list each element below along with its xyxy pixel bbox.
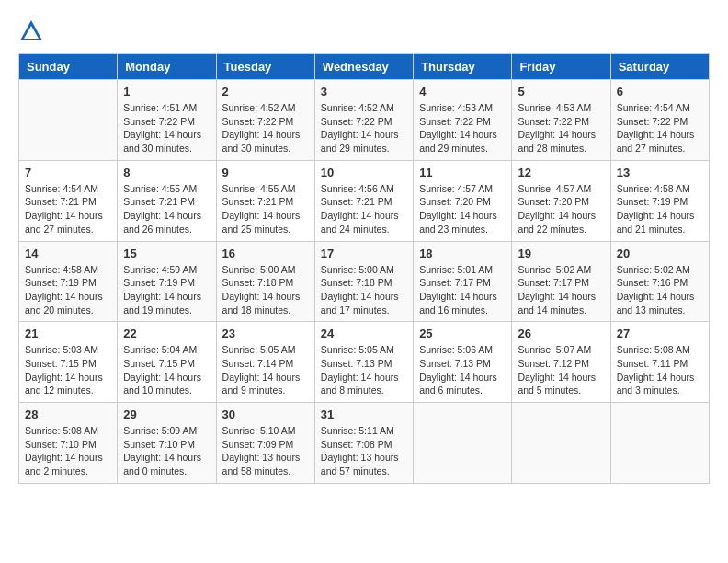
calendar-cell: 6Sunrise: 4:54 AM Sunset: 7:22 PM Daylig…	[610, 80, 709, 161]
day-number: 7	[25, 166, 111, 179]
calendar-cell: 1Sunrise: 4:51 AM Sunset: 7:22 PM Daylig…	[118, 80, 216, 161]
calendar-cell: 14Sunrise: 4:58 AM Sunset: 7:19 PM Dayli…	[19, 241, 118, 322]
week-row-3: 14Sunrise: 4:58 AM Sunset: 7:19 PM Dayli…	[19, 241, 710, 322]
calendar: SundayMondayTuesdayWednesdayThursdayFrid…	[18, 53, 710, 484]
day-info: Sunrise: 5:05 AM Sunset: 7:14 PM Dayligh…	[222, 343, 309, 397]
weekday-header-tuesday: Tuesday	[216, 54, 314, 80]
calendar-cell: 21Sunrise: 5:03 AM Sunset: 7:15 PM Dayli…	[19, 322, 118, 403]
calendar-cell: 24Sunrise: 5:05 AM Sunset: 7:13 PM Dayli…	[314, 322, 413, 403]
day-info: Sunrise: 4:57 AM Sunset: 7:20 PM Dayligh…	[518, 182, 604, 236]
day-number: 13	[617, 166, 703, 179]
calendar-cell: 23Sunrise: 5:05 AM Sunset: 7:14 PM Dayli…	[216, 322, 314, 403]
calendar-cell: 9Sunrise: 4:55 AM Sunset: 7:21 PM Daylig…	[216, 160, 314, 241]
calendar-cell	[414, 403, 512, 484]
day-info: Sunrise: 5:05 AM Sunset: 7:13 PM Dayligh…	[321, 343, 407, 397]
logo-icon	[18, 18, 44, 44]
day-number: 28	[25, 408, 111, 421]
day-number: 21	[25, 327, 111, 340]
calendar-cell: 22Sunrise: 5:04 AM Sunset: 7:15 PM Dayli…	[118, 322, 216, 403]
calendar-cell	[512, 403, 610, 484]
day-number: 16	[222, 247, 309, 260]
calendar-cell: 5Sunrise: 4:53 AM Sunset: 7:22 PM Daylig…	[512, 80, 610, 161]
day-number: 11	[419, 166, 506, 179]
week-row-4: 21Sunrise: 5:03 AM Sunset: 7:15 PM Dayli…	[19, 322, 710, 403]
day-number: 26	[518, 327, 604, 340]
calendar-cell: 17Sunrise: 5:00 AM Sunset: 7:18 PM Dayli…	[314, 241, 413, 322]
weekday-header-sunday: Sunday	[19, 54, 118, 80]
day-info: Sunrise: 5:00 AM Sunset: 7:18 PM Dayligh…	[321, 263, 407, 317]
week-row-1: 1Sunrise: 4:51 AM Sunset: 7:22 PM Daylig…	[19, 80, 710, 161]
day-number: 22	[123, 327, 210, 340]
calendar-cell: 29Sunrise: 5:09 AM Sunset: 7:10 PM Dayli…	[118, 403, 216, 484]
weekday-header-friday: Friday	[512, 54, 610, 80]
calendar-cell: 30Sunrise: 5:10 AM Sunset: 7:09 PM Dayli…	[216, 403, 314, 484]
day-number: 15	[123, 247, 210, 260]
day-info: Sunrise: 4:55 AM Sunset: 7:21 PM Dayligh…	[222, 182, 309, 236]
day-number: 31	[321, 408, 407, 421]
header	[18, 18, 710, 44]
calendar-cell: 31Sunrise: 5:11 AM Sunset: 7:08 PM Dayli…	[314, 403, 413, 484]
day-number: 6	[617, 85, 703, 98]
weekday-header-wednesday: Wednesday	[314, 54, 413, 80]
calendar-cell: 12Sunrise: 4:57 AM Sunset: 7:20 PM Dayli…	[512, 160, 610, 241]
calendar-cell: 18Sunrise: 5:01 AM Sunset: 7:17 PM Dayli…	[414, 241, 512, 322]
day-info: Sunrise: 4:58 AM Sunset: 7:19 PM Dayligh…	[617, 182, 703, 236]
day-info: Sunrise: 4:59 AM Sunset: 7:19 PM Dayligh…	[123, 263, 210, 317]
day-info: Sunrise: 4:56 AM Sunset: 7:21 PM Dayligh…	[321, 182, 407, 236]
day-info: Sunrise: 5:01 AM Sunset: 7:17 PM Dayligh…	[419, 263, 506, 317]
day-number: 17	[321, 247, 407, 260]
calendar-cell: 7Sunrise: 4:54 AM Sunset: 7:21 PM Daylig…	[19, 160, 118, 241]
calendar-cell: 4Sunrise: 4:53 AM Sunset: 7:22 PM Daylig…	[414, 80, 512, 161]
day-number: 23	[222, 327, 309, 340]
day-info: Sunrise: 4:52 AM Sunset: 7:22 PM Dayligh…	[321, 101, 407, 155]
calendar-cell: 28Sunrise: 5:08 AM Sunset: 7:10 PM Dayli…	[19, 403, 118, 484]
calendar-cell: 10Sunrise: 4:56 AM Sunset: 7:21 PM Dayli…	[314, 160, 413, 241]
day-number: 10	[321, 166, 407, 179]
weekday-header-thursday: Thursday	[414, 54, 512, 80]
day-info: Sunrise: 5:04 AM Sunset: 7:15 PM Dayligh…	[123, 343, 210, 397]
day-info: Sunrise: 5:02 AM Sunset: 7:16 PM Dayligh…	[617, 263, 703, 317]
calendar-cell: 3Sunrise: 4:52 AM Sunset: 7:22 PM Daylig…	[314, 80, 413, 161]
calendar-cell: 15Sunrise: 4:59 AM Sunset: 7:19 PM Dayli…	[118, 241, 216, 322]
logo	[18, 18, 48, 44]
calendar-cell: 27Sunrise: 5:08 AM Sunset: 7:11 PM Dayli…	[610, 322, 709, 403]
day-info: Sunrise: 4:53 AM Sunset: 7:22 PM Dayligh…	[419, 101, 506, 155]
day-number: 20	[617, 247, 703, 260]
day-info: Sunrise: 5:09 AM Sunset: 7:10 PM Dayligh…	[123, 424, 210, 478]
day-number: 2	[222, 85, 309, 98]
day-info: Sunrise: 5:08 AM Sunset: 7:10 PM Dayligh…	[25, 424, 111, 478]
day-number: 8	[123, 166, 210, 179]
day-info: Sunrise: 5:10 AM Sunset: 7:09 PM Dayligh…	[222, 424, 309, 478]
calendar-cell: 26Sunrise: 5:07 AM Sunset: 7:12 PM Dayli…	[512, 322, 610, 403]
day-number: 27	[617, 327, 703, 340]
day-number: 4	[419, 85, 506, 98]
calendar-cell: 20Sunrise: 5:02 AM Sunset: 7:16 PM Dayli…	[610, 241, 709, 322]
day-info: Sunrise: 5:08 AM Sunset: 7:11 PM Dayligh…	[617, 343, 703, 397]
day-number: 12	[518, 166, 604, 179]
week-row-5: 28Sunrise: 5:08 AM Sunset: 7:10 PM Dayli…	[19, 403, 710, 484]
day-number: 3	[321, 85, 407, 98]
day-info: Sunrise: 4:57 AM Sunset: 7:20 PM Dayligh…	[419, 182, 506, 236]
calendar-cell: 13Sunrise: 4:58 AM Sunset: 7:19 PM Dayli…	[610, 160, 709, 241]
calendar-cell: 2Sunrise: 4:52 AM Sunset: 7:22 PM Daylig…	[216, 80, 314, 161]
day-number: 5	[518, 85, 604, 98]
day-info: Sunrise: 4:54 AM Sunset: 7:22 PM Dayligh…	[617, 101, 703, 155]
day-number: 9	[222, 166, 309, 179]
calendar-cell	[19, 80, 118, 161]
day-info: Sunrise: 4:52 AM Sunset: 7:22 PM Dayligh…	[222, 101, 309, 155]
day-info: Sunrise: 4:55 AM Sunset: 7:21 PM Dayligh…	[123, 182, 210, 236]
day-number: 19	[518, 247, 604, 260]
day-info: Sunrise: 4:53 AM Sunset: 7:22 PM Dayligh…	[518, 101, 604, 155]
day-info: Sunrise: 4:58 AM Sunset: 7:19 PM Dayligh…	[25, 263, 111, 317]
day-number: 29	[123, 408, 210, 421]
day-info: Sunrise: 4:51 AM Sunset: 7:22 PM Dayligh…	[123, 101, 210, 155]
calendar-cell: 25Sunrise: 5:06 AM Sunset: 7:13 PM Dayli…	[414, 322, 512, 403]
day-info: Sunrise: 5:11 AM Sunset: 7:08 PM Dayligh…	[321, 424, 407, 478]
calendar-cell: 19Sunrise: 5:02 AM Sunset: 7:17 PM Dayli…	[512, 241, 610, 322]
calendar-cell: 16Sunrise: 5:00 AM Sunset: 7:18 PM Dayli…	[216, 241, 314, 322]
weekday-header-monday: Monday	[118, 54, 216, 80]
day-number: 1	[123, 85, 210, 98]
day-number: 25	[419, 327, 506, 340]
day-info: Sunrise: 5:00 AM Sunset: 7:18 PM Dayligh…	[222, 263, 309, 317]
day-info: Sunrise: 5:03 AM Sunset: 7:15 PM Dayligh…	[25, 343, 111, 397]
